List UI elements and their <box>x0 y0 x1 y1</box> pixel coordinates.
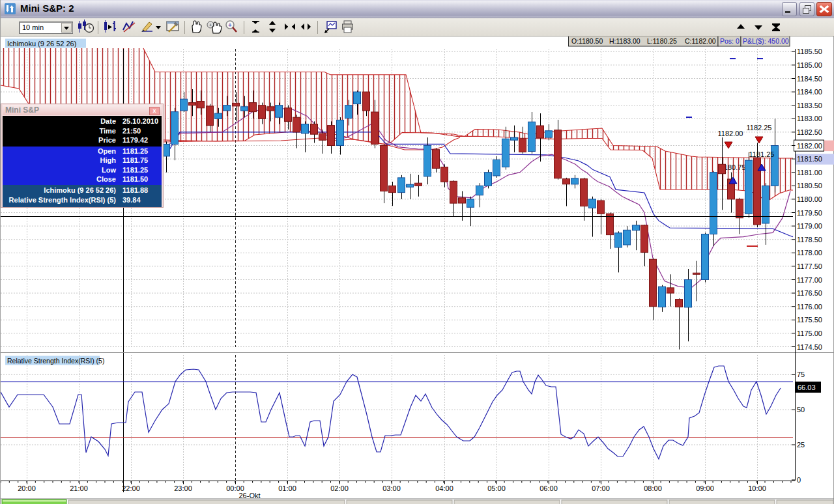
svg-text:1175.00: 1175.00 <box>797 329 822 337</box>
svg-text:1177.50: 1177.50 <box>797 262 822 270</box>
svg-text:1185.00: 1185.00 <box>797 61 822 69</box>
svg-text:50: 50 <box>797 406 805 413</box>
svg-text:06:00: 06:00 <box>539 484 558 492</box>
svg-text:Relative Strength Index(RSI) (: Relative Strength Index(RSI) (5) <box>7 357 104 365</box>
svg-text:1182.25: 1182.25 <box>747 124 772 132</box>
svg-text:1178.50: 1178.50 <box>797 236 822 244</box>
svg-text:1181.25: 1181.25 <box>749 150 775 158</box>
svg-text:L:1180.25: L:1180.25 <box>647 37 677 45</box>
svg-text:1182.50: 1182.50 <box>797 128 822 136</box>
svg-text:1180.00: 1180.00 <box>797 195 822 203</box>
svg-text:+: + <box>209 22 212 28</box>
svg-text:1181.50: 1181.50 <box>797 155 822 163</box>
svg-text:1184.00: 1184.00 <box>797 88 822 96</box>
svg-text:1179.50: 1179.50 <box>797 209 822 217</box>
svg-text:0: 0 <box>797 476 801 484</box>
svg-text:1185.50: 1185.50 <box>797 48 822 55</box>
svg-text:1176.50: 1176.50 <box>797 289 822 297</box>
svg-text:20:00: 20:00 <box>18 484 36 492</box>
svg-text:1182.00: 1182.00 <box>718 130 743 137</box>
svg-text:66.03: 66.03 <box>798 384 816 391</box>
svg-text:1174.50: 1174.50 <box>797 343 822 351</box>
svg-text:P&L($): 450.00: P&L($): 450.00 <box>743 37 789 45</box>
svg-text:10:00: 10:00 <box>748 484 766 492</box>
svg-text:H:1183.00: H:1183.00 <box>609 37 640 45</box>
svg-text:26-Okt: 26-Okt <box>238 492 260 499</box>
svg-text:C:1182.00: C:1182.00 <box>685 37 716 45</box>
svg-text:1176.00: 1176.00 <box>797 303 822 311</box>
svg-text:1175.50: 1175.50 <box>797 316 822 324</box>
svg-text:03:00: 03:00 <box>382 484 401 492</box>
svg-text:Pos: 0: Pos: 0 <box>720 37 740 45</box>
svg-text:04:00: 04:00 <box>435 484 453 492</box>
svg-text:1177.00: 1177.00 <box>797 276 822 284</box>
svg-text:25: 25 <box>797 441 805 449</box>
svg-text:1180.50: 1180.50 <box>797 182 822 189</box>
svg-text:08:00: 08:00 <box>644 484 662 492</box>
svg-text:09:00: 09:00 <box>696 484 714 492</box>
svg-text:1181.00: 1181.00 <box>797 169 822 176</box>
svg-text:07:00: 07:00 <box>592 484 610 492</box>
svg-text:Ichimoku (9 26 52 26): Ichimoku (9 26 52 26) <box>7 40 76 48</box>
svg-text:+: + <box>228 21 232 29</box>
svg-text:01:00: 01:00 <box>278 484 296 492</box>
svg-text:1178.00: 1178.00 <box>797 249 822 257</box>
svg-text:1182.00: 1182.00 <box>797 142 822 150</box>
svg-text:05:00: 05:00 <box>487 484 506 492</box>
svg-text:23:00: 23:00 <box>174 484 192 492</box>
svg-text:1179.00: 1179.00 <box>797 222 822 230</box>
svg-text:1183.00: 1183.00 <box>797 115 822 122</box>
svg-text:22:00: 22:00 <box>122 484 140 492</box>
svg-text:1184.50: 1184.50 <box>797 75 822 83</box>
svg-text:O:1180.50: O:1180.50 <box>571 37 603 45</box>
svg-text:21:00: 21:00 <box>70 484 88 492</box>
svg-text:02:00: 02:00 <box>330 484 349 492</box>
svg-text:75: 75 <box>797 371 805 378</box>
svg-text:1183.50: 1183.50 <box>797 102 822 109</box>
